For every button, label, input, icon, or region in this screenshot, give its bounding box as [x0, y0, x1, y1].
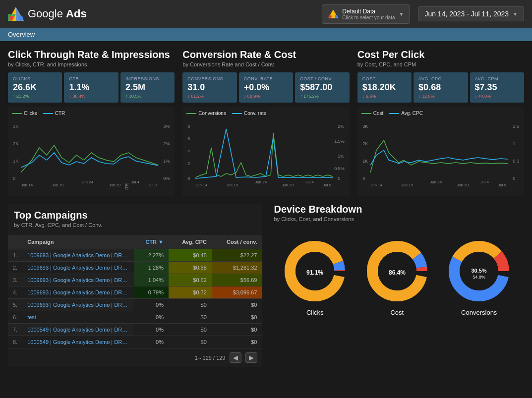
conv-chart-svg: 8 6 4 2 0 2% 1.5% 1% 0.5% 0 Jun 14 Jun 1… — [186, 118, 345, 190]
next-page-button[interactable]: ▶ — [245, 352, 257, 363]
donut-clicks: 91.1% Clicks — [283, 239, 347, 316]
legend-dot — [232, 113, 242, 114]
metric-label: Impressions — [125, 76, 170, 81]
svg-text:Jun 14: Jun 14 — [370, 183, 383, 187]
col-ctr[interactable]: CTR ▼ — [134, 235, 169, 249]
metric-label: Cost / conv. — [300, 76, 344, 81]
conv-chart-legend: Conversions Conv. rate — [186, 111, 345, 116]
svg-point-6 — [335, 15, 338, 18]
conversions-donut-svg: 30.5% 54.8% — [447, 239, 511, 303]
table-header-row: Campaign CTR ▼ Avg. CPC Cost / conv. — [8, 235, 262, 249]
legend-dot — [186, 113, 196, 114]
donut-label-conversions: Conversions — [447, 309, 511, 316]
legend-avg-cpc: Avg. CPC — [389, 111, 423, 116]
campaign-name[interactable]: 1000549 | Google Analytics Demo | DR | a… — [22, 324, 133, 336]
data-selector[interactable]: Default Data Click to select your data ▼ — [322, 4, 410, 24]
metric-label: Clicks — [13, 76, 57, 81]
metric-card-avg-cpc: Avg. CPC $0.68 ↓ 12.0% — [414, 72, 468, 103]
svg-text:1K: 1K — [13, 159, 18, 164]
donut-cost: 86.4% Cost — [365, 239, 429, 316]
legend-dot-clicks — [12, 113, 22, 114]
svg-text:Jun 14: Jun 14 — [195, 183, 208, 187]
metric-value: $587.00 — [300, 82, 344, 93]
metric-label: Conv. rate — [244, 76, 288, 81]
main-content: Click Through Rate & Impressions by Clic… — [0, 41, 532, 375]
svg-text:2%: 2% — [163, 141, 170, 146]
legend-dot-ctr — [43, 113, 53, 114]
svg-text:0%: 0% — [163, 176, 170, 181]
ctr-chart-svg: 3K 2K 1K 0 3% 2% 1% 0% Clicks CTR — [12, 118, 171, 190]
legend-dot — [361, 113, 371, 114]
metric-change: ↑ 21.2% — [13, 94, 57, 99]
ctr-value: 0% — [134, 324, 169, 336]
metric-card-impressions: Impressions 2.5M ↑ 30.5% — [120, 72, 175, 103]
metric-value: +0.0% — [244, 82, 288, 93]
cost-conv-value: $56.69 — [212, 274, 262, 286]
metric-change: ↑ 175.2% — [300, 94, 344, 99]
svg-text:CTR: CTR — [124, 183, 129, 190]
row-number: 1. — [8, 249, 22, 262]
pagination-text: 1 - 129 / 129 — [195, 355, 226, 361]
ctr-value: 1.04% — [134, 274, 169, 286]
conv-subtitle: by Conversions Rate and Cost / Conv. — [182, 61, 349, 67]
ctr-subtitle: by Clicks, CTR, and Impressions — [8, 61, 175, 67]
cpc-chart-legend: Cost Avg. CPC — [361, 111, 520, 116]
date-range-selector[interactable]: Jun 14, 2023 - Jul 11, 2023 ▼ — [418, 6, 524, 21]
clicks-donut-svg: 91.1% — [283, 239, 347, 303]
svg-text:1K: 1K — [362, 159, 368, 164]
prev-page-button[interactable]: ◀ — [230, 352, 241, 363]
metric-label: Cost — [362, 76, 407, 81]
table-row: 8. 1000549 | Google Analytics Demo | DR … — [8, 336, 262, 348]
table-row: 5. 1009693 | Google Analytics Demo | DR … — [8, 299, 262, 311]
avg-cpc-value: $0.45 — [169, 249, 212, 262]
table-row: 1. 1009693 | Google Analytics Demo | DR … — [8, 249, 262, 262]
metric-change: ↓ 12.0% — [418, 94, 463, 99]
avg-cpc-value: $0.68 — [169, 262, 212, 274]
charts-row: Click Through Rate & Impressions by Clic… — [8, 49, 524, 196]
cost-conv-value: $22.27 — [212, 249, 262, 262]
col-cost-conv: Cost / conv. — [212, 235, 262, 249]
campaign-name[interactable]: 1009693 | Google Analytics Demo | DR | m… — [22, 286, 133, 299]
row-number: 6. — [8, 311, 22, 324]
cost-conv-value: $0 — [212, 336, 262, 348]
data-selector-title: Default Data — [342, 8, 395, 15]
campaign-name[interactable]: 1000549 | Google Analytics Demo | DR | a… — [22, 336, 133, 348]
cpc-chart: Cost Avg. CPC 3K 2K 1K 0 1.5 1 0.5 0 — [357, 107, 524, 196]
campaign-name[interactable]: test — [22, 311, 133, 324]
svg-text:0: 0 — [187, 176, 190, 181]
svg-text:2K: 2K — [362, 141, 368, 146]
metric-change: ↓ 44.0% — [475, 94, 519, 99]
svg-text:0.5%: 0.5% — [334, 166, 345, 171]
ads-logo-small-icon — [328, 9, 338, 18]
metric-value: $7.35 — [475, 82, 519, 93]
svg-text:1%: 1% — [163, 159, 170, 164]
campaign-name[interactable]: 1009693 | Google Analytics Demo | DR | m… — [22, 262, 133, 274]
svg-point-7 — [329, 15, 332, 18]
ctr-title: Click Through Rate & Impressions — [8, 49, 175, 60]
donuts-row: 91.1% Clicks 86.4% — [274, 239, 521, 316]
avg-cpc-value: $0 — [169, 336, 212, 348]
metric-value: $18.20K — [362, 82, 407, 93]
svg-text:1.5%: 1.5% — [334, 139, 345, 144]
table-row: 3. 1009693 | Google Analytics Demo | DR … — [8, 274, 262, 286]
avg-cpc-value: $0 — [169, 311, 212, 324]
svg-text:0.5: 0.5 — [513, 159, 519, 164]
svg-text:Jun 14: Jun 14 — [21, 183, 33, 187]
campaign-name[interactable]: 1009693 | Google Analytics Demo | DR | m… — [22, 299, 133, 311]
campaign-name[interactable]: 1009693 | Google Analytics Demo | DR | m… — [22, 249, 133, 262]
metric-card-ctr: CTR 1.1% ↓ 36.4% — [64, 72, 118, 103]
nav-item-overview[interactable]: Overview — [8, 31, 35, 38]
svg-point-3 — [18, 16, 23, 21]
legend-dot — [389, 113, 399, 114]
ctr-value: 0% — [134, 299, 169, 311]
campaign-name[interactable]: 1009693 | Google Analytics Demo | DR | m… — [22, 274, 133, 286]
date-range-text: Jun 14, 2023 - Jul 11, 2023 — [424, 10, 509, 18]
metric-change: ↓ 88.9% — [244, 94, 288, 99]
cpc-title: Cost Per Click — [357, 49, 524, 60]
svg-text:Jun 19: Jun 19 — [226, 183, 238, 187]
ctr-value: 0% — [134, 336, 169, 348]
ctr-chart-legend: Clicks CTR — [12, 111, 171, 116]
table-row: 7. 1000549 | Google Analytics Demo | DR … — [8, 324, 262, 336]
ctr-chart: Clicks CTR 3K 2K 1K 0 3% 2% 1% — [8, 107, 175, 196]
metric-value: 26.6K — [13, 82, 57, 93]
